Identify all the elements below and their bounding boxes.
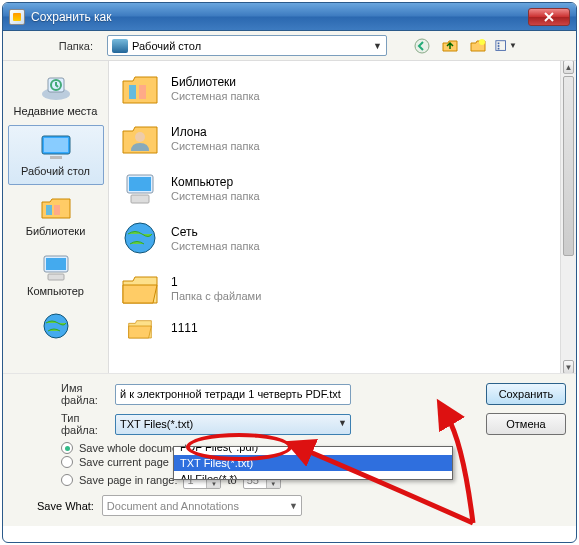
svg-point-0 [415,39,429,53]
folder-icon [119,314,161,342]
place-desktop[interactable]: Рабочий стол [8,125,104,185]
svg-point-20 [135,132,145,142]
folder-up-icon [442,38,458,54]
vertical-scrollbar[interactable]: ▲ ▼ [560,61,576,373]
globe-icon [38,311,74,341]
network-item-icon [119,217,161,259]
close-button[interactable] [528,8,570,26]
radio-icon [61,474,73,486]
folder-label: Папка: [11,40,101,52]
chevron-down-icon: ▼ [373,41,382,51]
dropdown-item-selected[interactable]: TXT Files(*.txt) [174,455,452,471]
new-folder-icon [470,38,486,54]
svg-rect-10 [44,138,68,152]
up-button[interactable] [439,35,461,57]
svg-rect-4 [498,45,500,47]
filename-input[interactable] [115,384,351,405]
file-list[interactable]: БиблиотекиСистемная папка ИлонаСистемная… [109,61,576,373]
body-area: Недавние места Рабочий стол Библиотеки К… [3,61,576,373]
place-computer[interactable]: Компьютер [8,245,104,305]
place-recent[interactable]: Недавние места [8,65,104,125]
recent-icon [38,72,74,102]
svg-rect-16 [48,274,64,280]
save-as-dialog: Сохранить как Папка: Рабочий стол ▼ ▼ [2,2,577,543]
filename-label: Имя файла: [13,382,107,406]
scroll-up-button[interactable]: ▲ [563,61,574,74]
svg-rect-5 [498,47,500,49]
bottom-panel: Имя файла: Сохранить Тип файла: TXT File… [3,373,576,526]
desktop-place-icon [38,132,74,162]
save-button[interactable]: Сохранить [486,383,566,405]
user-folder-icon [119,117,161,159]
back-icon [414,38,430,54]
svg-rect-18 [129,85,136,99]
folder-toolbar: Папка: Рабочий стол ▼ ▼ [3,31,576,61]
file-row[interactable]: 1111 [113,313,556,343]
file-row[interactable]: БиблиотекиСистемная папка [113,63,556,113]
dropdown-item[interactable]: PDF Files(*.pdf) [174,446,452,455]
svg-rect-19 [139,85,146,99]
window-title: Сохранить как [31,10,528,24]
svg-rect-2 [496,40,506,50]
svg-rect-3 [498,42,500,44]
titlebar[interactable]: Сохранить как [3,3,576,31]
libraries-icon [38,192,74,222]
view-icon [495,38,509,54]
radio-icon [61,456,73,468]
chevron-down-icon: ▼ [289,501,298,511]
svg-rect-15 [46,258,66,270]
filetype-combo[interactable]: TXT Files(*.txt) ▼ [115,414,351,435]
libraries-item-icon [119,67,161,109]
folder-icon [119,267,161,309]
computer-item-icon [119,167,161,209]
filetype-dropdown[interactable]: PDF Files(*.pdf) TXT Files(*.txt) All Fi… [173,446,453,480]
desktop-icon [112,39,128,53]
save-what-label: Save What: [37,500,94,512]
file-row[interactable]: ИлонаСистемная папка [113,113,556,163]
chevron-down-icon: ▼ [338,418,347,428]
folder-combo[interactable]: Рабочий стол ▼ [107,35,387,56]
filetype-label: Тип файла: [13,412,107,436]
app-icon [9,9,25,25]
svg-point-1 [479,39,485,45]
scroll-thumb[interactable] [563,76,574,256]
place-network[interactable] [8,305,104,349]
scroll-down-button[interactable]: ▼ [563,360,574,373]
computer-icon [38,252,74,282]
file-row[interactable]: 1Папка с файлами [113,263,556,313]
svg-rect-13 [54,205,60,215]
svg-rect-12 [46,205,52,215]
view-menu-button[interactable]: ▼ [495,35,517,57]
close-icon [544,12,554,22]
svg-point-24 [125,223,155,253]
svg-rect-23 [131,195,149,203]
radio-icon [61,442,73,454]
places-bar: Недавние места Рабочий стол Библиотеки К… [3,61,109,373]
cancel-button[interactable]: Отмена [486,413,566,435]
back-button[interactable] [411,35,433,57]
file-row[interactable]: КомпьютерСистемная папка [113,163,556,213]
dropdown-item[interactable]: All Files(*.*) [174,471,452,480]
new-folder-button[interactable] [467,35,489,57]
svg-rect-11 [50,156,62,159]
file-row[interactable]: СетьСистемная папка [113,213,556,263]
svg-rect-22 [129,177,151,191]
place-libraries[interactable]: Библиотеки [8,185,104,245]
save-what-combo[interactable]: Document and Annotations ▼ [102,495,302,516]
svg-point-17 [44,314,68,338]
folder-value: Рабочий стол [132,40,201,52]
